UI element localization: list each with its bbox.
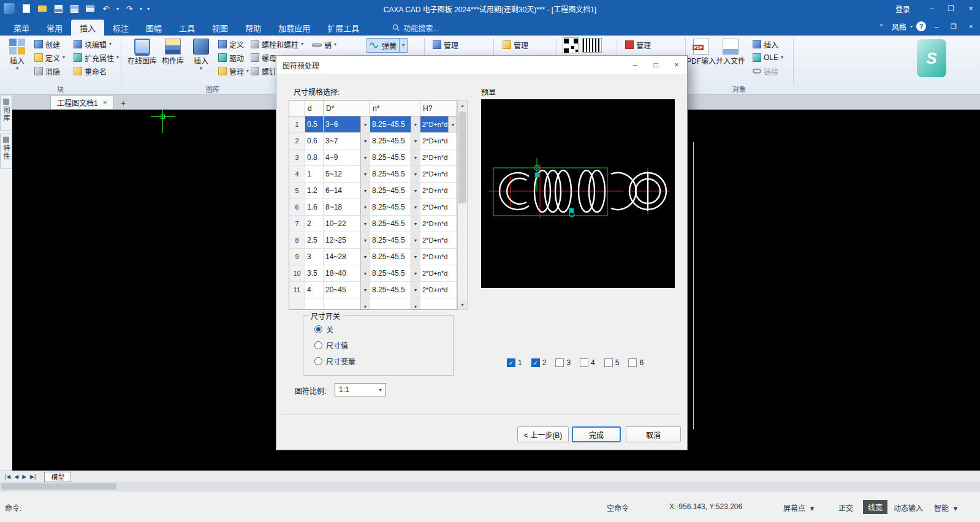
cell-dropdown-icon[interactable]: ▾: [411, 133, 420, 149]
cell-H[interactable]: 2*D+n*d: [420, 282, 457, 298]
pdf-input-button[interactable]: PDF输入: [686, 37, 716, 66]
cell-n[interactable]: 8.25~45.5▾: [370, 133, 420, 149]
cell-d[interactable]: 0.6: [305, 133, 324, 149]
cell-dropdown-icon[interactable]: ▾: [360, 265, 370, 281]
merge-file-button[interactable]: 并入文件: [716, 37, 745, 66]
cell-dropdown-icon[interactable]: ▾: [360, 166, 370, 182]
block-insert-button[interactable]: 插入 ▾: [2, 37, 32, 71]
part-checkbox[interactable]: 6: [628, 358, 644, 367]
next-sheet-icon[interactable]: ▶: [22, 474, 26, 480]
cell-dropdown-icon[interactable]: ▾: [411, 216, 420, 232]
cell-dropdown-icon[interactable]: ▾: [411, 249, 420, 265]
link-button[interactable]: 链接: [750, 64, 786, 78]
online-library-button[interactable]: 在线图库: [127, 37, 157, 66]
doc-minimize-button[interactable]: –: [930, 20, 943, 32]
row-number-cell[interactable]: 4: [289, 166, 305, 183]
extend-attr-button[interactable]: 扩充属性▾: [71, 51, 121, 64]
qr-code-button[interactable]: [563, 37, 579, 53]
block-create-button[interactable]: 创建: [32, 37, 67, 51]
spec-table-row[interactable]: ▾▾: [289, 298, 457, 310]
table-scrollbar[interactable]: ▲ ▼: [457, 100, 468, 310]
open-file-button[interactable]: [37, 3, 48, 14]
dim-switch-radio[interactable]: 关: [314, 324, 355, 335]
cell-n[interactable]: 8.25~45.5▾: [370, 265, 420, 282]
spring-combo-dropdown[interactable]: ▾: [399, 39, 405, 52]
dynamic-input-toggle[interactable]: 动态输入: [894, 502, 923, 513]
cell-n[interactable]: 8.25~45.5▾: [370, 183, 420, 199]
prev-sheet-icon[interactable]: ◀: [14, 474, 18, 480]
help-icon[interactable]: ?: [916, 21, 926, 31]
close-button[interactable]: ×: [962, 0, 980, 17]
row-number-cell[interactable]: 11: [289, 282, 305, 298]
barcode-button[interactable]: [582, 38, 602, 53]
cell-dropdown-icon[interactable]: ▾: [411, 232, 420, 248]
tab-tools[interactable]: 工具: [170, 20, 203, 36]
back-button[interactable]: < 上一步(B): [517, 426, 569, 442]
tab-view[interactable]: 视图: [203, 20, 237, 36]
cell-dropdown-icon[interactable]: ▾: [411, 166, 420, 182]
collapse-ribbon-icon[interactable]: ^: [875, 20, 888, 32]
cell-H[interactable]: [420, 298, 457, 310]
new-file-button[interactable]: [21, 3, 32, 14]
cell-H[interactable]: 2*D+n*d: [420, 166, 457, 183]
cell-d[interactable]: 3: [305, 249, 324, 265]
model-tab[interactable]: 模型: [44, 472, 71, 482]
cell-dropdown-icon[interactable]: ▾: [360, 232, 370, 248]
cell-D[interactable]: 4~9▾: [324, 149, 370, 166]
finish-button[interactable]: 完成: [572, 426, 621, 442]
last-sheet-icon[interactable]: ▶|: [30, 474, 36, 480]
tab-load-app[interactable]: 加载应用: [270, 20, 319, 36]
cell-H[interactable]: 2*D+n*d: [420, 249, 457, 265]
cell-d[interactable]: 2: [305, 216, 324, 232]
row-number-cell[interactable]: 3: [289, 149, 305, 166]
smart-snap-toggle[interactable]: 智能: [934, 502, 949, 513]
row-number-cell[interactable]: [289, 298, 305, 310]
restore-button[interactable]: ❐: [942, 0, 960, 17]
ortho-toggle[interactable]: 正交: [838, 502, 853, 513]
cell-D[interactable]: 18~40▾: [324, 265, 370, 282]
scale-caret-icon[interactable]: ▾: [375, 384, 386, 396]
dialog-close-button[interactable]: ×: [666, 56, 687, 74]
cell-D[interactable]: ▾: [324, 298, 370, 310]
dialog-maximize-button[interactable]: □: [645, 56, 666, 74]
row-number-cell[interactable]: 5: [289, 183, 305, 199]
cell-D[interactable]: 20~45▾: [324, 282, 370, 298]
scroll-down-icon[interactable]: ▼: [458, 300, 467, 309]
cell-n[interactable]: 8.25~45.5▾: [370, 149, 420, 166]
row-number-cell[interactable]: 6: [289, 199, 305, 216]
horizontal-scrollbar[interactable]: [0, 482, 980, 491]
undo-button[interactable]: ↶: [101, 3, 112, 14]
block-edit-button[interactable]: 块编辑▾: [71, 37, 121, 51]
cell-dropdown-icon[interactable]: ▾: [411, 265, 420, 281]
cell-dropdown-icon[interactable]: ▾: [411, 183, 420, 199]
cell-H[interactable]: 2*D+n*d: [420, 133, 457, 149]
cell-d[interactable]: 2.5: [305, 232, 324, 249]
cell-n[interactable]: 8.25~45.5▾: [370, 232, 420, 249]
part-checkbox[interactable]: ✓2: [531, 358, 547, 367]
cell-H[interactable]: 2*D+n*d: [420, 265, 457, 282]
dialog-titlebar[interactable]: 图符预处理 – □ ×: [276, 56, 687, 74]
cell-D[interactable]: 6~14▾: [324, 183, 370, 199]
cell-dropdown-icon[interactable]: ▾: [411, 149, 420, 165]
doc-close-button[interactable]: ×: [964, 20, 978, 32]
print-button[interactable]: [85, 3, 96, 14]
cell-dropdown-icon[interactable]: ▾: [411, 282, 420, 298]
cell-D[interactable]: 3~6▾: [324, 116, 370, 133]
cell-H[interactable]: 2*D+n*d: [420, 216, 457, 232]
document-tab[interactable]: 工程图文档1 ×: [50, 95, 113, 109]
cell-D[interactable]: 10~22▾: [324, 216, 370, 232]
cell-n[interactable]: ▾: [370, 298, 420, 310]
tab-annotate[interactable]: 标注: [104, 20, 137, 36]
qat-customize-icon[interactable]: ▾: [147, 6, 150, 12]
horizontal-scrollbar-thumb[interactable]: [1, 483, 116, 490]
login-button[interactable]: 登录: [895, 4, 910, 14]
tab-help[interactable]: 帮助: [237, 20, 270, 36]
cell-d[interactable]: 1: [305, 166, 324, 183]
cell-dropdown-icon[interactable]: ▾: [360, 116, 370, 132]
left-tab-properties[interactable]: 特性: [0, 134, 12, 169]
spec-table-row[interactable]: 30.84~9▾8.25~45.5▾2*D+n*d: [289, 149, 457, 166]
dim-switch-radio[interactable]: 尺寸值: [314, 340, 355, 350]
cell-D[interactable]: 5~12▾: [324, 166, 370, 183]
spec-table-row[interactable]: 20.63~7▾8.25~45.5▾2*D+n*d: [289, 133, 457, 149]
smart-snap-caret-icon[interactable]: ▾: [954, 504, 957, 513]
